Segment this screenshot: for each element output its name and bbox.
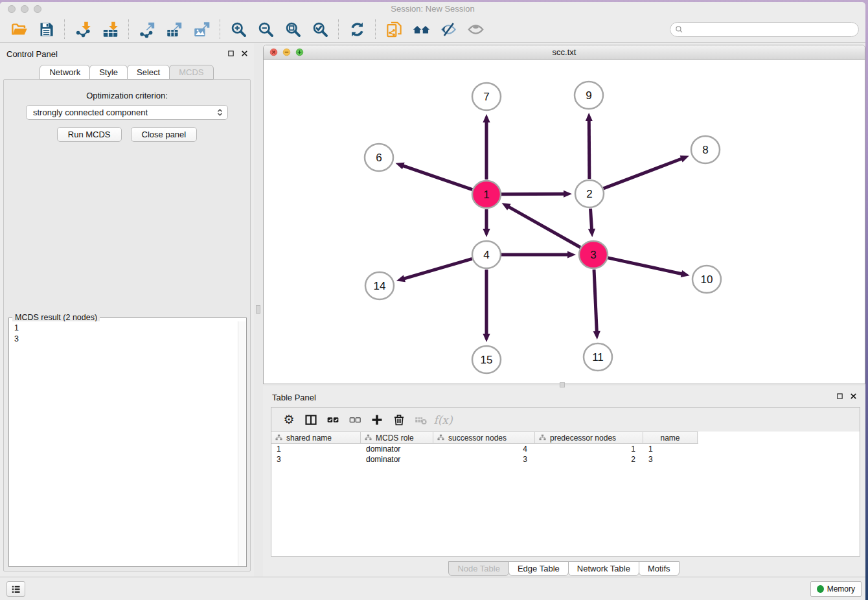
network-canvas[interactable]: 1234678910111415 (264, 60, 865, 384)
app-window: Session: New Session Control Panel Netwo… (0, 2, 865, 600)
tab-select[interactable]: Select (127, 65, 170, 80)
zoom-selected-button[interactable] (308, 18, 332, 40)
tab-edge-table[interactable]: Edge Table (508, 561, 569, 576)
table-cell[interactable]: 4 (433, 444, 535, 454)
double-home-button[interactable] (409, 18, 433, 40)
control-panel-title: Control Panel (6, 49, 58, 59)
tab-mcds[interactable]: MCDS (169, 65, 213, 80)
export-network-button[interactable] (135, 18, 159, 40)
table-row[interactable]: 1dominator411 (271, 444, 698, 454)
export-image-icon (193, 21, 211, 38)
close-window-button[interactable] (8, 5, 16, 13)
network-edge-4-14[interactable] (403, 259, 472, 279)
table-row[interactable]: 3dominator323 (271, 454, 698, 465)
tab-motifs[interactable]: Motifs (639, 561, 680, 576)
column-label: predecessor nodes (550, 433, 616, 443)
refresh-view-button[interactable] (345, 18, 369, 40)
add-column-button[interactable] (367, 411, 387, 429)
hide-style-button[interactable] (437, 18, 460, 40)
sitemap-icon (539, 434, 546, 441)
show-graphics-button[interactable] (464, 18, 487, 40)
minimize-network-button[interactable] (282, 48, 291, 56)
table-cell[interactable]: 2 (535, 454, 643, 465)
table-cell[interactable]: 3 (271, 454, 361, 465)
memory-button[interactable]: Memory (810, 581, 862, 597)
run-mcds-button[interactable]: Run MCDS (57, 127, 122, 142)
zoom-in-button[interactable] (227, 18, 250, 40)
tab-style[interactable]: Style (89, 65, 128, 80)
network-edge-3-11[interactable] (594, 270, 597, 332)
network-edge-1-2[interactable] (501, 194, 565, 194)
export-image-button[interactable] (190, 18, 213, 40)
open-session-button[interactable] (7, 18, 30, 40)
optimization-select[interactable]: strongly connected component (26, 105, 228, 120)
table-cell[interactable]: dominator (361, 444, 433, 454)
delete-column-button[interactable] (389, 411, 409, 429)
tab-network[interactable]: Network (40, 65, 90, 80)
table-settings-button[interactable]: ⚙ (279, 411, 299, 429)
table-header-row: shared nameMCDS rolesuccessor nodesprede… (271, 432, 698, 444)
show-task-history-button[interactable] (6, 581, 25, 597)
import-network-button[interactable] (71, 18, 95, 40)
edge-arrow-icon (593, 331, 600, 340)
table-cell[interactable]: 3 (643, 454, 698, 465)
zoom-out-button[interactable] (254, 18, 277, 40)
close-table-panel-button[interactable] (849, 391, 858, 400)
sitemap-icon (275, 434, 282, 441)
float-icon (227, 50, 234, 57)
deselect-all-columns-button[interactable] (345, 411, 365, 429)
close-mcds-panel-button[interactable]: Close panel (131, 127, 198, 142)
close-panel-button[interactable] (240, 49, 249, 58)
tab-network-table[interactable]: Network Table (568, 561, 639, 576)
search-input[interactable] (683, 23, 858, 35)
column-header-predecessor-nodes[interactable]: predecessor nodes (535, 432, 643, 443)
split-view-button[interactable] (301, 411, 321, 429)
vertical-splitter[interactable] (254, 43, 263, 577)
tab-node-table[interactable]: Node Table (448, 561, 509, 576)
select-all-columns-button[interactable] (323, 411, 343, 429)
table-cell[interactable]: 3 (433, 454, 535, 465)
save-session-button[interactable] (34, 18, 58, 40)
column-label: MCDS role (376, 433, 414, 443)
export-table-button[interactable] (163, 18, 186, 40)
status-bar: Memory (0, 577, 865, 600)
search-box[interactable] (670, 22, 859, 37)
folder-open-icon (10, 21, 28, 38)
mcds-panel: Optimization criterion: strongly connect… (3, 79, 251, 571)
network-edge-1-6[interactable] (402, 165, 472, 189)
network-canvas-svg: 1234678910111415 (264, 60, 865, 384)
table-cell[interactable]: 1 (643, 444, 698, 454)
network-node-label: 11 (592, 351, 604, 363)
column-header-shared-name[interactable]: shared name (271, 432, 361, 443)
network-edge-2-3[interactable] (590, 209, 591, 230)
column-header-name[interactable]: name (643, 432, 698, 443)
split-view-icon (304, 413, 317, 426)
zoom-window-button[interactable] (34, 5, 41, 13)
column-header-MCDS-role[interactable]: MCDS role (361, 432, 433, 443)
network-node-label: 4 (483, 249, 489, 261)
splitter-handle[interactable] (256, 305, 260, 314)
network-edge-3-10[interactable] (608, 258, 682, 274)
network-edge-2-9[interactable] (589, 120, 589, 179)
table-cell[interactable]: 1 (271, 444, 361, 454)
zoom-fit-button[interactable] (281, 18, 304, 40)
float-table-panel-button[interactable] (835, 391, 844, 400)
sitemap-icon (437, 434, 444, 441)
edge-arrow-icon (567, 251, 576, 258)
table-cell[interactable]: 1 (535, 444, 643, 454)
toolbar-separator (128, 19, 129, 39)
result-scrollbar[interactable] (238, 321, 246, 566)
close-network-button[interactable] (269, 48, 278, 56)
table-cell[interactable]: dominator (361, 454, 433, 465)
mcds-result-text[interactable]: 1 3 (10, 321, 238, 566)
mcds-result-group: MCDS result (2 nodes) 1 3 (8, 317, 247, 567)
import-table-button[interactable] (98, 18, 122, 40)
float-panel-button[interactable] (226, 49, 235, 58)
network-edge-3-1[interactable] (508, 207, 580, 248)
network-from-selection-button[interactable] (382, 18, 405, 40)
zoom-network-button[interactable] (295, 48, 304, 56)
network-edge-2-8[interactable] (604, 158, 683, 188)
minimize-window-button[interactable] (21, 5, 29, 13)
column-header-successor-nodes[interactable]: successor nodes (433, 432, 535, 443)
document-share-icon (385, 21, 403, 38)
